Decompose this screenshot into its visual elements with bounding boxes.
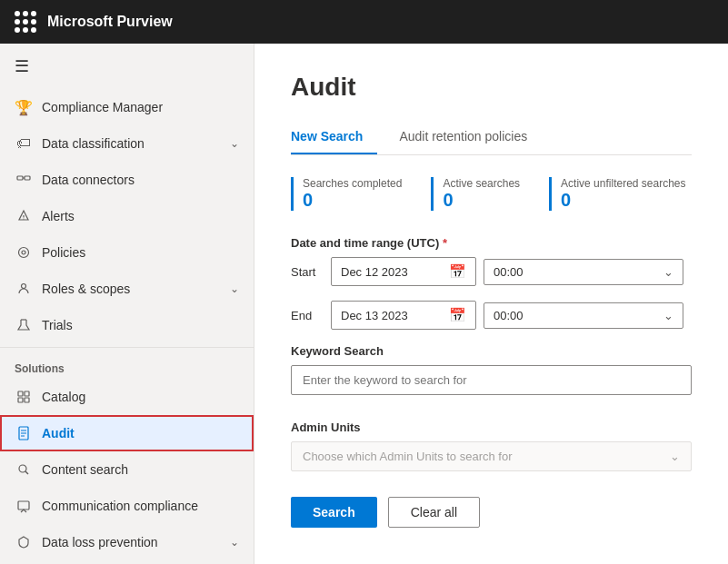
main-layout: ☰ 🏆 Compliance Manager 🏷 Data classifica… bbox=[0, 44, 728, 564]
app-launcher-icon[interactable] bbox=[15, 11, 36, 33]
date-time-label: Date and time range (UTC) * bbox=[291, 236, 692, 250]
admin-units-placeholder: Choose which Admin Units to search for bbox=[303, 450, 513, 463]
end-label: End bbox=[291, 309, 324, 322]
tab-new-search[interactable]: New Search bbox=[291, 120, 377, 154]
stats-row: Searches completed 0 Active searches 0 A… bbox=[291, 177, 692, 211]
end-time-select[interactable]: 00:00 ⌄ bbox=[484, 302, 683, 329]
sidebar-item-label: Data connectors bbox=[42, 173, 135, 187]
end-date-input[interactable]: Dec 13 2023 📅 bbox=[331, 301, 476, 330]
start-label: Start bbox=[291, 265, 324, 279]
policies-icon bbox=[15, 243, 33, 262]
stat-active-unfiltered-label: Active unfiltered searches bbox=[561, 177, 685, 190]
search-button[interactable]: Search bbox=[291, 497, 377, 528]
svg-line-18 bbox=[25, 471, 28, 474]
top-bar: Microsoft Purview bbox=[0, 0, 728, 44]
sidebar-item-label: Data loss prevention bbox=[42, 535, 158, 549]
catalog-icon bbox=[15, 388, 33, 406]
sidebar-item-roles-scopes[interactable]: Roles & scopes ⌄ bbox=[0, 271, 254, 307]
stat-searches-completed: Searches completed 0 bbox=[291, 177, 402, 211]
svg-rect-1 bbox=[25, 176, 30, 180]
sidebar-item-label: Audit bbox=[42, 426, 75, 440]
audit-icon bbox=[15, 424, 33, 442]
sidebar-item-alerts[interactable]: Alerts bbox=[0, 198, 254, 234]
keyword-search-label: Keyword Search bbox=[291, 344, 692, 358]
sidebar-item-label: Communication compliance bbox=[42, 499, 198, 513]
sidebar-item-data-connectors[interactable]: Data connectors bbox=[0, 162, 254, 198]
sidebar-item-catalog[interactable]: Catalog bbox=[0, 379, 254, 415]
svg-rect-11 bbox=[18, 398, 23, 402]
content-area: Audit New Search Audit retention policie… bbox=[254, 44, 728, 564]
communication-compliance-icon bbox=[15, 497, 33, 515]
clear-all-button[interactable]: Clear all bbox=[388, 497, 480, 528]
svg-rect-19 bbox=[18, 501, 29, 510]
sidebar-item-policies[interactable]: Policies bbox=[0, 234, 254, 271]
sidebar-item-label: Policies bbox=[42, 245, 85, 260]
chevron-down-icon: ⌄ bbox=[230, 536, 239, 549]
sidebar-item-label: Data classification bbox=[42, 136, 145, 151]
tab-audit-retention[interactable]: Audit retention policies bbox=[399, 120, 542, 154]
start-date-row: Start Dec 12 2023 📅 00:00 ⌄ bbox=[291, 257, 692, 286]
sidebar-item-label: Compliance Manager bbox=[42, 100, 163, 114]
svg-rect-10 bbox=[25, 391, 29, 396]
sidebar-item-label: Content search bbox=[42, 462, 128, 477]
stat-active-searches: Active searches 0 bbox=[431, 177, 520, 211]
svg-rect-12 bbox=[25, 398, 29, 402]
svg-point-7 bbox=[22, 284, 26, 289]
stat-active-searches-label: Active searches bbox=[443, 177, 520, 190]
svg-rect-9 bbox=[18, 391, 23, 396]
page-title: Audit bbox=[291, 73, 692, 102]
sidebar-item-communication-compliance[interactable]: Communication compliance bbox=[0, 488, 254, 524]
sidebar: ☰ 🏆 Compliance Manager 🏷 Data classifica… bbox=[0, 44, 254, 564]
alerts-icon bbox=[15, 207, 33, 225]
stat-active-searches-value: 0 bbox=[443, 190, 520, 211]
app-title: Microsoft Purview bbox=[47, 14, 173, 30]
roles-scopes-icon bbox=[15, 280, 33, 298]
svg-point-4 bbox=[23, 218, 24, 219]
sidebar-item-compliance-manager[interactable]: 🏆 Compliance Manager bbox=[0, 89, 254, 125]
svg-point-17 bbox=[19, 465, 26, 472]
content-search-icon bbox=[15, 460, 33, 479]
chevron-down-icon: ⌄ bbox=[230, 282, 239, 295]
sidebar-item-data-loss-prevention[interactable]: Data loss prevention ⌄ bbox=[0, 524, 254, 560]
sidebar-item-data-classification[interactable]: 🏷 Data classification ⌄ bbox=[0, 125, 254, 162]
sidebar-item-label: Roles & scopes bbox=[42, 282, 130, 296]
data-connectors-icon bbox=[15, 171, 33, 189]
keyword-search-input[interactable] bbox=[291, 365, 692, 395]
sidebar-divider bbox=[0, 347, 254, 348]
svg-point-6 bbox=[22, 251, 25, 254]
data-loss-prevention-icon bbox=[15, 533, 33, 551]
sidebar-item-label: Catalog bbox=[42, 390, 85, 404]
trials-icon bbox=[15, 316, 33, 334]
admin-units-select[interactable]: Choose which Admin Units to search for ⌄ bbox=[291, 441, 692, 471]
calendar-icon: 📅 bbox=[449, 263, 466, 280]
chevron-down-icon: ⌄ bbox=[663, 265, 673, 279]
end-date-row: End Dec 13 2023 📅 00:00 ⌄ bbox=[291, 301, 692, 330]
start-time-select[interactable]: 00:00 ⌄ bbox=[484, 259, 683, 285]
compliance-manager-icon: 🏆 bbox=[15, 98, 33, 116]
sidebar-item-label: Alerts bbox=[42, 209, 75, 223]
data-classification-icon: 🏷 bbox=[15, 134, 33, 153]
chevron-down-icon: ⌄ bbox=[663, 309, 673, 322]
stat-active-unfiltered-value: 0 bbox=[561, 190, 685, 211]
tab-bar: New Search Audit retention policies bbox=[291, 120, 692, 155]
start-date-input[interactable]: Dec 12 2023 📅 bbox=[331, 257, 476, 286]
sidebar-item-content-search[interactable]: Content search bbox=[0, 451, 254, 488]
chevron-down-icon: ⌄ bbox=[670, 450, 680, 463]
stat-searches-completed-value: 0 bbox=[303, 190, 402, 211]
svg-point-5 bbox=[19, 248, 29, 258]
sidebar-item-label: Trials bbox=[42, 318, 73, 332]
sidebar-item-audit[interactable]: Audit bbox=[0, 415, 254, 451]
chevron-down-icon: ⌄ bbox=[230, 137, 239, 150]
solutions-section-label: Solutions bbox=[0, 351, 254, 379]
hamburger-button[interactable]: ☰ bbox=[0, 44, 254, 89]
sidebar-item-trials[interactable]: Trials bbox=[0, 307, 254, 343]
svg-rect-0 bbox=[17, 176, 23, 180]
calendar-icon: 📅 bbox=[449, 307, 466, 323]
stat-searches-completed-label: Searches completed bbox=[303, 177, 402, 190]
admin-units-label: Admin Units bbox=[291, 421, 692, 434]
action-buttons: Search Clear all bbox=[291, 497, 692, 528]
stat-active-unfiltered: Active unfiltered searches 0 bbox=[549, 177, 685, 211]
